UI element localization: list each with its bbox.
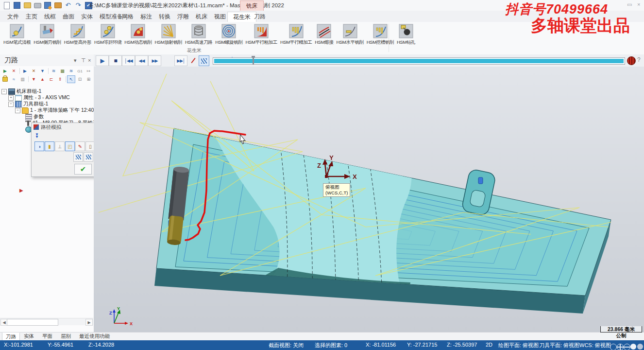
move-insert-up-button[interactable]: ▲ bbox=[38, 75, 47, 83]
project-folder-button[interactable] bbox=[54, 1, 62, 9]
progress-bar[interactable] bbox=[213, 57, 625, 65]
save-as-button[interactable] bbox=[44, 1, 51, 9]
regenerate-all-button[interactable]: ▼ bbox=[38, 67, 47, 75]
hsm-equidistant-button[interactable]: HSM等距环绕 bbox=[93, 23, 123, 46]
status-mode-2d3d[interactable]: 2D bbox=[486, 342, 492, 348]
insert-indent-button[interactable]: ⊏ bbox=[47, 75, 55, 83]
panel-close-icon[interactable]: × bbox=[88, 57, 91, 63]
hsm-side-edge-button[interactable]: HSM侧刃铣削 bbox=[32, 23, 62, 46]
simulate-button[interactable]: ≋ bbox=[67, 67, 75, 75]
toggle-toolpath-display-button[interactable]: ≈ bbox=[10, 75, 18, 83]
redo-button[interactable]: ↷ bbox=[74, 1, 82, 9]
panel-menu-icon[interactable]: ▾ bbox=[74, 57, 77, 64]
trace-one-button[interactable] bbox=[189, 56, 197, 65]
regenerate-selected-button[interactable]: ▶ bbox=[21, 67, 29, 75]
hsm-spiral-button[interactable]: HSM螺旋铣削 bbox=[214, 23, 244, 46]
trace-all-button[interactable] bbox=[199, 55, 209, 66]
backplot-shade-all-button[interactable] bbox=[84, 152, 93, 162]
hsm-pencil-trace-button[interactable]: HSM笔式清根 bbox=[2, 23, 32, 46]
step-forward-button[interactable]: ▶▶ bbox=[148, 55, 161, 66]
tree-item-properties[interactable]: + 属性 - 3 - AXIS VMC bbox=[8, 95, 70, 101]
verify-button[interactable]: ▩ bbox=[58, 67, 67, 75]
panel-pin-icon[interactable]: ⊤ bbox=[81, 57, 86, 64]
tree-item-machine-group[interactable]: − 机床群组-1 bbox=[1, 88, 41, 94]
hsm-parallel-rough-button[interactable]: HSM平行粗加工 bbox=[244, 23, 279, 46]
tree-hscrollbar[interactable]: ◀ ▶ bbox=[0, 318, 93, 325]
gnomon-z-label: Z bbox=[109, 311, 112, 315]
bottom-tab-recent[interactable]: 最近使用功能 bbox=[76, 332, 113, 340]
tree-item-parameters[interactable]: 参数 bbox=[25, 114, 44, 120]
window-close-icon[interactable]: × bbox=[637, 1, 640, 7]
hsm-blend-button[interactable]: HSM熔接 bbox=[313, 23, 335, 46]
collapse-icon[interactable]: − bbox=[1, 89, 7, 94]
backplot-tool-display-button[interactable]: ◑ bbox=[34, 141, 44, 151]
hatch-dense-icon bbox=[86, 155, 91, 159]
open-button[interactable] bbox=[23, 1, 31, 9]
backplot-rapid-moves-button[interactable]: ⊥ bbox=[55, 141, 65, 151]
backplot-ok-button[interactable]: ✔ bbox=[74, 164, 92, 175]
copy-operations-button[interactable]: ⊡ bbox=[76, 75, 84, 83]
window-maximize-icon[interactable]: ▭ bbox=[627, 1, 632, 8]
renumber-button[interactable]: ⊞ bbox=[85, 75, 93, 83]
playbar-help-icon[interactable]: ? bbox=[637, 56, 641, 63]
collapse-icon[interactable]: − bbox=[8, 102, 14, 107]
scrollbar-thumb[interactable] bbox=[7, 319, 58, 326]
hsm-parallel-finish-button[interactable]: HSM平行精加工 bbox=[279, 23, 313, 46]
hsm-horizontal-button[interactable]: HSM水平铣削 bbox=[335, 23, 365, 46]
new-file-icon bbox=[4, 2, 10, 9]
scroll-right-icon[interactable]: ▶ bbox=[85, 319, 93, 326]
backplot-vectors-button[interactable]: ✎ bbox=[75, 141, 85, 151]
scale-unit: 公制 bbox=[600, 332, 642, 338]
stop-button[interactable]: ■ bbox=[109, 55, 122, 66]
backplot-shade-path-button[interactable] bbox=[73, 152, 83, 162]
bottom-tab-solids[interactable]: 实体 bbox=[20, 332, 37, 340]
hsm-highspeed-button[interactable]: HSM高速刀路 bbox=[184, 23, 214, 46]
expand-chevron-icon[interactable]: ▼▼ bbox=[34, 133, 40, 138]
unselect-all-operations-button[interactable]: ✕ bbox=[10, 67, 18, 75]
go-to-end-button[interactable]: ▶▶│ bbox=[174, 55, 187, 66]
undo-button[interactable]: ↶ bbox=[64, 1, 72, 9]
backplot-endpoints-button[interactable]: ◰ bbox=[65, 141, 75, 151]
print-button[interactable] bbox=[34, 1, 41, 9]
select-all-operations-button[interactable]: ▶ bbox=[1, 67, 9, 75]
hsm-pocket-button[interactable]: HSM挖槽铣削 bbox=[365, 23, 395, 46]
step-back-button[interactable]: ◀◀ bbox=[135, 55, 148, 66]
hsm-radial-button[interactable]: HSM放射铣削 bbox=[153, 23, 184, 46]
context-tab-mill[interactable]: 铣床 bbox=[240, 0, 264, 11]
backplot-button[interactable]: ≋ bbox=[50, 67, 58, 75]
viewport-canvas[interactable]: Z Y X Z Y X bbox=[94, 67, 644, 332]
hsm-button-label: HSM侧刃铣削 bbox=[34, 39, 61, 46]
post-g1-button[interactable]: G1 bbox=[76, 67, 84, 75]
status-cplane[interactable]: 绘图平面: 俯视图 bbox=[498, 342, 539, 349]
status-tplane[interactable]: 刀具平面: 俯视图 bbox=[539, 342, 579, 349]
go-to-start-button[interactable]: │◀◀ bbox=[122, 55, 135, 66]
stop-conditions-icon[interactable] bbox=[627, 56, 636, 65]
lock-button[interactable] bbox=[1, 75, 9, 83]
tool-display-icon: ◑ bbox=[38, 144, 41, 149]
bottom-tab-levels[interactable]: 层别 bbox=[57, 332, 74, 340]
insert-arrow-marker[interactable]: ▶ bbox=[19, 188, 23, 193]
bottom-tab-planes[interactable]: 平面 bbox=[39, 332, 56, 340]
hsm-dynamic-button[interactable]: HSM动态铣削 bbox=[123, 23, 153, 46]
save-button[interactable] bbox=[13, 1, 21, 9]
status-wcs[interactable]: WCS: 俯视图 bbox=[579, 342, 611, 349]
scroll-insert-button[interactable]: ⇕ bbox=[56, 75, 64, 83]
expand-icon[interactable]: + bbox=[8, 95, 14, 101]
progress-handle[interactable] bbox=[252, 56, 255, 65]
highfeed-button[interactable]: ↦ bbox=[85, 67, 93, 75]
move-insert-down-button[interactable]: ▼ bbox=[30, 75, 38, 83]
status-section-view[interactable]: 截面视图: 关闭 bbox=[269, 342, 304, 349]
regenerate-dirty-button[interactable]: ✕ bbox=[30, 67, 38, 75]
select-pointer-button[interactable]: ↖ bbox=[67, 75, 75, 83]
tab-toolpaths[interactable]: 刀路 bbox=[249, 12, 271, 22]
hsm-step-up-button[interactable]: HSM登高外形 bbox=[63, 23, 93, 46]
play-button[interactable]: ▶ bbox=[96, 55, 109, 66]
toggle-posting-button[interactable]: ▥ bbox=[18, 75, 27, 83]
collapse-icon[interactable]: − bbox=[15, 108, 20, 113]
hsm-drill-button[interactable]: HSM钻孔 bbox=[395, 23, 417, 46]
graphics-viewport[interactable]: Z Y X Z Y X 俯视图 (WCS,C,T) bbox=[94, 67, 644, 332]
tree-item-tool-group[interactable]: − 刀具群组-1 bbox=[8, 101, 48, 107]
hsm-button-label: HSM动态铣削 bbox=[124, 39, 152, 46]
backplot-holder-display-button[interactable]: ▮ bbox=[45, 141, 54, 151]
new-file-button[interactable] bbox=[3, 1, 11, 9]
